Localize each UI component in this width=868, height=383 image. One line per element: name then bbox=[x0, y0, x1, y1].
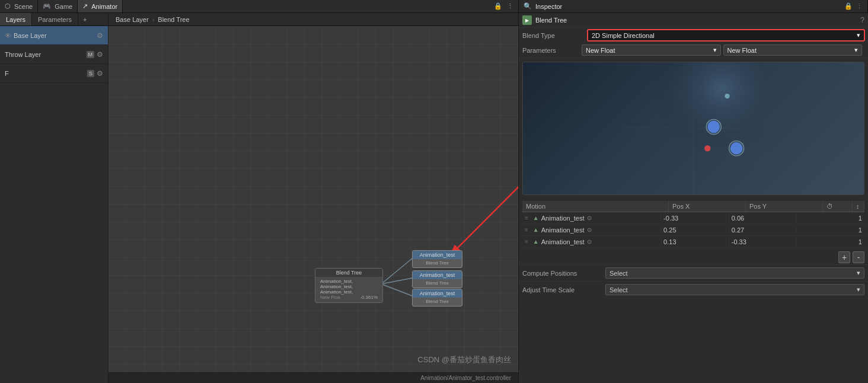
add-icon: + bbox=[83, 16, 87, 23]
anim-icon-1: ▲ bbox=[533, 215, 539, 221]
tab-parameters[interactable]: Parameters bbox=[32, 13, 78, 25]
game-icon: 🎮 bbox=[43, 2, 51, 10]
layer-throw-label: Throw Layer bbox=[5, 51, 87, 58]
svg-line-4 bbox=[449, 75, 518, 256]
tab-layers[interactable]: Layers bbox=[0, 13, 32, 25]
left-panel: Layers Parameters + 👁 Base Layer ⚙ Throw… bbox=[0, 13, 108, 383]
game-tab[interactable]: 🎮 Game bbox=[38, 0, 78, 12]
table-actions: + - bbox=[519, 250, 868, 264]
svg-point-8 bbox=[725, 94, 729, 98]
motion-posx-1[interactable]: -0.33 bbox=[660, 213, 729, 223]
viz-svg bbox=[523, 62, 864, 194]
motion-row-2: ≡ ▲ Animation_test ⊙ 0.25 0.27 1 bbox=[522, 224, 864, 236]
motion-posx-3[interactable]: 0.13 bbox=[660, 237, 729, 247]
animator-tab[interactable]: ↗ Animator bbox=[78, 0, 123, 12]
motion-posy-3[interactable]: -0.33 bbox=[729, 237, 797, 247]
motion-posy-1[interactable]: 0.06 bbox=[729, 213, 797, 223]
blend-type-row: Blend Type 2D Simple Directional ▾ bbox=[519, 28, 868, 43]
col-icon2: ↕ bbox=[853, 201, 864, 212]
game-label: Game bbox=[55, 3, 72, 10]
layer-f-gear-icon[interactable]: ⚙ bbox=[97, 69, 103, 78]
motion-label-1: Animation_test bbox=[541, 215, 585, 222]
param1-chevron-icon: ▾ bbox=[713, 46, 717, 54]
layer-item-base[interactable]: 👁 Base Layer ⚙ bbox=[0, 26, 108, 45]
lock-icon[interactable]: 🔒 bbox=[494, 2, 502, 10]
anim-node-1[interactable]: Animation_test Blend Tree bbox=[412, 250, 462, 268]
motion-row-3: ≡ ▲ Animation_test ⊙ 0.13 -0.33 1 bbox=[522, 236, 864, 248]
scene-label: Scene bbox=[14, 3, 33, 10]
blend-tree-header: ▶ Blend Tree ? bbox=[519, 13, 868, 28]
col-clock-icon: ⏱ bbox=[826, 203, 833, 210]
blend-tree-header-icon: ▶ bbox=[522, 15, 532, 25]
animator-icon: ↗ bbox=[82, 2, 88, 10]
motion-val-1: 1 bbox=[796, 213, 864, 223]
param1-dropdown[interactable]: New Float ▾ bbox=[582, 44, 721, 56]
connection-lines bbox=[108, 26, 518, 372]
motion-posy-2[interactable]: 0.27 bbox=[729, 225, 797, 235]
layer-eye-icon[interactable]: 👁 bbox=[5, 32, 11, 39]
center-area: Base Layer › Blend Tree bbox=[108, 13, 518, 383]
parameters-label: Parameters bbox=[522, 47, 582, 54]
layer-f-label: F bbox=[5, 70, 87, 77]
motion-drag-1[interactable]: ≡ bbox=[522, 215, 531, 221]
main-layout: Layers Parameters + 👁 Base Layer ⚙ Throw… bbox=[0, 13, 868, 383]
tab-layers-label: Layers bbox=[6, 16, 25, 23]
adjust-time-scale-label: Adjust Time Scale bbox=[522, 286, 605, 293]
inspector-panel: ▶ Blend Tree ? Blend Type 2D Simple Dire… bbox=[518, 13, 868, 383]
add-motion-button[interactable]: + bbox=[838, 251, 850, 263]
anim-node-2-label: Animation_test bbox=[413, 271, 462, 279]
inspector-lock-icon[interactable]: 🔒 bbox=[844, 2, 853, 10]
blend-type-label: Blend Type bbox=[522, 32, 588, 39]
inspector-icon: 🔍 bbox=[524, 2, 532, 10]
motion-posx-2[interactable]: 0.25 bbox=[660, 225, 729, 235]
breadcrumb-base-layer[interactable]: Base Layer bbox=[116, 16, 149, 23]
scene-tab[interactable]: ⬡ Scene bbox=[0, 0, 38, 12]
blend-type-value: 2D Simple Directional bbox=[592, 32, 655, 39]
motion-name-2: ▲ Animation_test ⊙ bbox=[531, 225, 660, 235]
col-posy: Pos Y bbox=[746, 201, 823, 212]
param2-chevron-icon: ▾ bbox=[854, 46, 858, 54]
anim-icon-2: ▲ bbox=[533, 226, 539, 233]
motion-target-icon-3[interactable]: ⊙ bbox=[587, 238, 592, 245]
animator-canvas[interactable]: Blend Tree Animation_test,Animation_test… bbox=[108, 26, 518, 372]
compute-positions-row: Compute Positions Select ▾ bbox=[519, 264, 868, 281]
breadcrumb-blend-tree[interactable]: Blend Tree bbox=[158, 16, 189, 23]
layer-throw-gear-icon[interactable]: ⚙ bbox=[97, 50, 103, 59]
add-layer-button[interactable]: + bbox=[78, 16, 91, 23]
menu-icon[interactable]: ⋮ bbox=[507, 2, 513, 10]
motion-label-2: Animation_test bbox=[541, 226, 585, 234]
svg-point-9 bbox=[707, 121, 720, 133]
compute-positions-dropdown[interactable]: Select ▾ bbox=[605, 267, 864, 279]
motion-table: Motion Pos X Pos Y ⏱ ↕ ≡ ▲ Animation_tes… bbox=[522, 201, 864, 248]
svg-line-2 bbox=[381, 284, 412, 296]
status-bar: Animation/Animator_test.controller bbox=[108, 372, 518, 383]
svg-point-12 bbox=[730, 142, 743, 155]
motion-name-3: ▲ Animation_test ⊙ bbox=[531, 237, 660, 247]
parameters-row: Parameters New Float ▾ New Float ▾ bbox=[519, 43, 868, 58]
svg-line-0 bbox=[381, 258, 412, 284]
motion-drag-2[interactable]: ≡ bbox=[522, 226, 531, 233]
col-posx: Pos X bbox=[669, 201, 746, 212]
anim-node-3[interactable]: Animation_test Blend Tree bbox=[412, 289, 462, 307]
compute-positions-label: Compute Positions bbox=[522, 270, 605, 277]
layer-item-throw[interactable]: Throw Layer M ⚙ bbox=[0, 45, 108, 64]
help-icon[interactable]: ? bbox=[860, 16, 864, 24]
layer-base-gear-icon[interactable]: ⚙ bbox=[97, 31, 103, 40]
param2-dropdown[interactable]: New Float ▾ bbox=[723, 44, 863, 56]
blend-type-dropdown[interactable]: 2D Simple Directional ▾ bbox=[588, 30, 864, 41]
anim-node-2[interactable]: Animation_test Blend Tree bbox=[412, 270, 462, 288]
inspector-menu-icon[interactable]: ⋮ bbox=[856, 2, 863, 10]
motion-name-1: ▲ Animation_test ⊙ bbox=[531, 213, 660, 223]
scene-icon: ⬡ bbox=[5, 2, 11, 10]
anim-node-1-label: Animation_test bbox=[413, 251, 462, 259]
anim-node-3-label: Animation_test bbox=[413, 289, 462, 298]
layer-tab-bar: Layers Parameters + bbox=[0, 13, 108, 26]
anim-node-3-sub: Blend Tree bbox=[417, 299, 457, 304]
blend-tree-node[interactable]: Blend Tree Animation_test,Animation_test… bbox=[315, 268, 383, 303]
motion-target-icon-1[interactable]: ⊙ bbox=[587, 215, 592, 221]
adjust-time-scale-dropdown[interactable]: Select ▾ bbox=[605, 284, 864, 295]
motion-drag-3[interactable]: ≡ bbox=[522, 238, 531, 245]
layer-item-f[interactable]: F S ⚙ bbox=[0, 64, 108, 83]
remove-motion-button[interactable]: - bbox=[853, 251, 864, 263]
motion-target-icon-2[interactable]: ⊙ bbox=[587, 226, 592, 233]
